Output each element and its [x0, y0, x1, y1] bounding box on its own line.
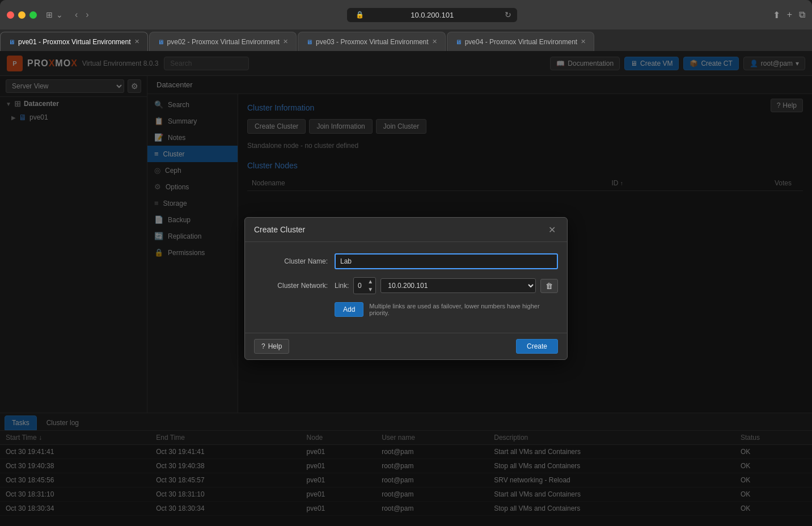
network-row: Link: 0 ▲ ▼ 10.0.200.101 🗑: [335, 277, 558, 294]
link-increment-button[interactable]: ▲: [365, 278, 375, 286]
modal-body: Cluster Name: Cluster Network: Link: 0 ▲…: [245, 242, 567, 333]
tab-close-3[interactable]: ✕: [432, 38, 437, 45]
cluster-network-label: Cluster Network:: [254, 282, 328, 290]
link-decrement-button[interactable]: ▼: [365, 286, 375, 294]
tab-favicon-2: 🖥: [158, 39, 164, 45]
lock-icon: 🔒: [356, 11, 364, 19]
close-window-button[interactable]: [7, 11, 14, 19]
delete-link-button[interactable]: 🗑: [540, 279, 558, 293]
address-input[interactable]: 10.0.200.101: [347, 8, 517, 22]
maximize-window-button[interactable]: [29, 11, 37, 19]
modal-help-button[interactable]: ? Help: [254, 339, 289, 354]
modal-help-icon: ?: [261, 342, 265, 350]
cluster-name-row: Cluster Name:: [254, 253, 558, 269]
add-link-button[interactable]: Add: [335, 302, 363, 317]
tab-favicon-1: 🖥: [9, 39, 15, 45]
navigation-arrows[interactable]: ‹ ›: [72, 9, 92, 21]
modal-close-button[interactable]: ✕: [545, 223, 558, 236]
browser-tab-1[interactable]: 🖥 pve01 - Proxmox Virtual Environment ✕: [0, 32, 148, 51]
browser-tab-3[interactable]: 🖥 pve03 - Proxmox Virtual Environment ✕: [298, 32, 446, 51]
browser-tabs: 🖥 pve01 - Proxmox Virtual Environment ✕ …: [0, 29, 812, 51]
tab-close-2[interactable]: ✕: [283, 38, 288, 45]
modal-header: Create Cluster ✕: [245, 218, 567, 242]
browser-tab-4[interactable]: 🖥 pve04 - Proxmox Virtual Environment ✕: [447, 32, 595, 51]
ip-address-select[interactable]: 10.0.200.101: [380, 278, 536, 293]
modal-footer: ? Help Create: [245, 333, 567, 359]
tab-label-3: pve03 - Proxmox Virtual Environment: [316, 38, 429, 46]
tab-favicon-4: 🖥: [455, 39, 462, 45]
window-controls: ⊞ ⌄: [46, 10, 63, 19]
link-value: 0: [354, 280, 365, 291]
browser-actions: ⬆ + ⧉: [773, 10, 805, 20]
add-hint-text: Multiple links are used as failover, low…: [369, 303, 558, 316]
reload-icon[interactable]: ↻: [505, 10, 511, 19]
cluster-network-row: Cluster Network: Link: 0 ▲ ▼ 10.0.200.10…: [254, 277, 558, 294]
browser-tab-2[interactable]: 🖥 pve02 - Proxmox Virtual Environment ✕: [149, 32, 297, 51]
tab-favicon-3: 🖥: [306, 39, 312, 45]
cluster-name-input[interactable]: [335, 253, 558, 269]
share-icon[interactable]: ⬆: [773, 10, 780, 20]
forward-button[interactable]: ›: [83, 9, 91, 21]
link-label: Link:: [335, 282, 349, 290]
tab-label-4: pve04 - Proxmox Virtual Environment: [465, 38, 578, 46]
modal-overlay: Create Cluster ✕ Cluster Name: Cluster N…: [0, 51, 812, 526]
add-row: Add Multiple links are used as failover,…: [335, 302, 558, 317]
minimize-window-button[interactable]: [18, 11, 26, 19]
new-tab-icon[interactable]: +: [787, 10, 792, 20]
modal-title: Create Cluster: [254, 225, 305, 234]
traffic-lights[interactable]: [7, 11, 37, 19]
tab-label-2: pve02 - Proxmox Virtual Environment: [167, 38, 280, 46]
link-spinner[interactable]: 0 ▲ ▼: [353, 277, 376, 294]
tab-close-4[interactable]: ✕: [581, 38, 586, 45]
tab-label-1: pve01 - Proxmox Virtual Environment: [18, 38, 131, 46]
back-button[interactable]: ‹: [72, 9, 81, 21]
tab-close-1[interactable]: ✕: [134, 38, 139, 45]
create-cluster-modal: Create Cluster ✕ Cluster Name: Cluster N…: [244, 217, 568, 360]
address-bar: 🔒 10.0.200.101 ↻: [96, 8, 768, 22]
cluster-name-label: Cluster Name:: [254, 257, 328, 265]
modal-create-button[interactable]: Create: [516, 339, 558, 354]
browser-title-bar: ⊞ ⌄ ‹ › 🔒 10.0.200.101 ↻ ⬆ + ⧉: [0, 0, 812, 29]
sidebar-icon[interactable]: ⧉: [799, 10, 805, 20]
